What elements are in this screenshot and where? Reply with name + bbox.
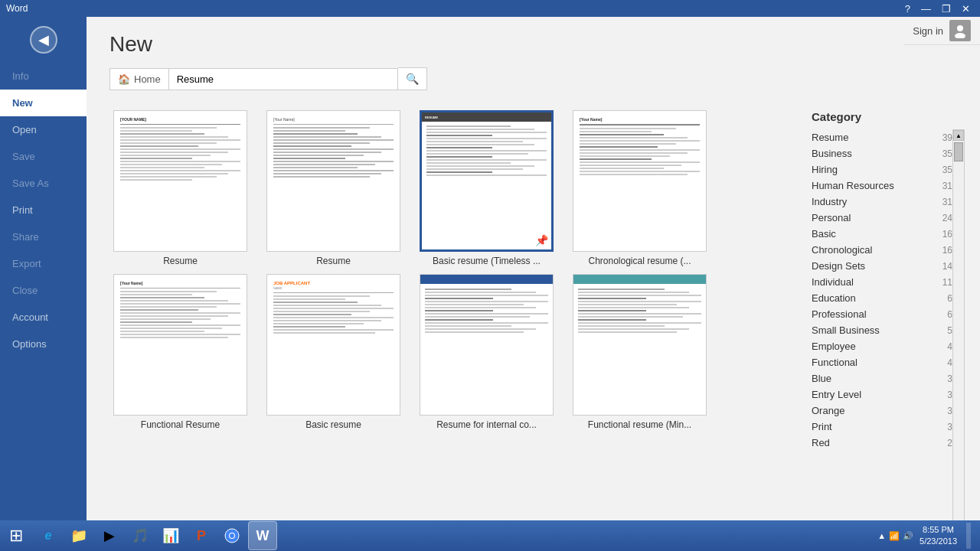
sys-tray-icons: ▲ 📶 🔊 [877, 531, 913, 541]
user-avatar [949, 20, 971, 41]
sidebar-item-print[interactable]: Print [0, 197, 87, 223]
category-item-print[interactable]: Print3 [812, 419, 952, 435]
category-item-industry[interactable]: Industry31 [812, 194, 952, 210]
svg-point-2 [230, 533, 234, 538]
sidebar-item-options[interactable]: Options [0, 331, 87, 357]
category-item-professional[interactable]: Professional6 [812, 306, 952, 322]
title-bar: Word ? — ❐ ✕ [0, 0, 980, 17]
taskbar-icons: e 📁 ▶ 🎵 📊 P W [34, 521, 277, 550]
template-label: Resume [312, 256, 354, 266]
taskbar-icon-music[interactable]: 🎵 [126, 521, 155, 550]
category-item-chronological[interactable]: Chronological16 [812, 242, 952, 258]
category-title: Category [812, 110, 965, 123]
main-area: New 🏠 Home 🔍 [YOUR NAME] [87, 17, 980, 551]
template-thumbnail: [Your Name] [266, 110, 400, 252]
template-item[interactable]: Resume for internal co... [416, 274, 557, 430]
taskbar: ⊞ e 📁 ▶ 🎵 📊 P W ▲ 📶 🔊 8:55 PM 5/23/2013 [0, 520, 980, 551]
home-button[interactable]: 🏠 Home [109, 68, 168, 90]
template-item[interactable]: [Your Name] [109, 274, 251, 430]
template-thumbnail: [YOUR NAME] [113, 110, 247, 252]
search-bar: 🏠 Home 🔍 [109, 67, 957, 90]
taskbar-icon-explorer[interactable]: 📁 [64, 521, 93, 550]
category-item-orange[interactable]: Orange3 [812, 403, 952, 419]
sidebar-item-save: Save [0, 143, 87, 170]
search-button[interactable]: 🔍 [398, 67, 427, 90]
template-label: Resume [159, 256, 201, 266]
template-item[interactable]: JOB APPLICANT NAME [263, 274, 404, 430]
taskbar-clock: 8:55 PM 5/23/2013 [920, 524, 957, 548]
signin-label[interactable]: Sign in [913, 25, 943, 37]
category-list: Resume39 Business35 Hiring35 Human Resou… [812, 129, 952, 543]
show-desktop-btn[interactable] [966, 523, 971, 549]
category-item-business[interactable]: Business35 [812, 145, 952, 161]
category-item-functional[interactable]: Functional4 [812, 354, 952, 370]
svg-point-3 [957, 25, 963, 31]
search-input[interactable] [168, 68, 398, 90]
template-label: Functional resume (Min... [584, 419, 695, 430]
tray-arrow[interactable]: ▲ [877, 531, 886, 540]
template-thumbnail: [Your Name] [573, 110, 707, 252]
template-item-selected[interactable]: RESUME [416, 110, 557, 266]
sidebar-nav: Info New Open Save Save As Print Share E… [0, 63, 87, 357]
sidebar-item-export: Export [0, 250, 87, 277]
category-item-employee[interactable]: Employee4 [812, 338, 952, 354]
category-item-blue[interactable]: Blue3 [812, 370, 952, 386]
back-area: ◀ [0, 17, 87, 63]
category-scrollbar[interactable]: ▲ ▼ [952, 129, 965, 543]
template-item[interactable]: [YOUR NAME] [109, 110, 251, 266]
sidebar-item-share: Share [0, 223, 87, 250]
sidebar-item-info: Info [0, 63, 87, 90]
category-item-human-resources[interactable]: Human Resources31 [812, 178, 952, 194]
close-btn[interactable]: ✕ [958, 3, 974, 15]
minimize-btn[interactable]: — [917, 3, 935, 15]
page-title: New [109, 32, 957, 57]
template-thumbnail [573, 274, 707, 416]
template-item[interactable]: [Your Name] [569, 110, 710, 266]
sidebar-item-account[interactable]: Account [0, 304, 87, 331]
category-item-individual[interactable]: Individual11 [812, 274, 952, 290]
sidebar-item-close: Close [0, 277, 87, 304]
category-item-red[interactable]: Red2 [812, 435, 952, 451]
taskbar-icon-chrome[interactable] [217, 521, 247, 550]
template-thumbnail: JOB APPLICANT NAME [266, 274, 400, 416]
signin-area: Sign in [903, 17, 980, 45]
category-item-basic[interactable]: Basic16 [812, 226, 952, 242]
svg-point-4 [955, 33, 965, 38]
tray-network: 📶 [889, 531, 900, 541]
sidebar-item-open[interactable]: Open [0, 116, 87, 143]
category-item-design-sets[interactable]: Design Sets14 [812, 258, 952, 274]
scroll-thumb[interactable] [954, 142, 963, 161]
pin-icon: 📌 [535, 234, 548, 246]
main-header: New 🏠 Home 🔍 [87, 17, 980, 103]
content-area: [YOUR NAME] [87, 103, 980, 551]
sidebar-item-saveas: Save As [0, 170, 87, 197]
template-item[interactable]: [Your Name] [263, 110, 404, 266]
taskbar-icon-ie[interactable]: e [34, 521, 63, 550]
taskbar-icon-app1[interactable]: 📊 [156, 521, 185, 550]
template-label: Chronological resume (... [584, 256, 694, 266]
help-btn[interactable]: ? [901, 3, 914, 15]
tray-volume[interactable]: 🔊 [903, 531, 913, 541]
template-thumbnail [420, 274, 554, 416]
taskbar-icon-word[interactable]: W [248, 521, 277, 550]
category-item-education[interactable]: Education6 [812, 290, 952, 306]
template-item[interactable]: Functional resume (Min... [569, 274, 710, 430]
templates-grid: [YOUR NAME] [109, 110, 796, 543]
template-label: Functional Resume [137, 419, 224, 430]
sidebar-item-new[interactable]: New [0, 90, 87, 116]
category-item-resume[interactable]: Resume39 [812, 129, 952, 145]
category-item-entry-level[interactable]: Entry Level3 [812, 386, 952, 403]
template-thumbnail: RESUME [420, 110, 554, 252]
template-thumbnail: [Your Name] [113, 274, 247, 416]
taskbar-right: ▲ 📶 🔊 8:55 PM 5/23/2013 [877, 523, 977, 549]
taskbar-icon-powerpoint[interactable]: P [187, 521, 216, 550]
restore-btn[interactable]: ❐ [938, 3, 955, 15]
category-item-hiring[interactable]: Hiring35 [812, 161, 952, 178]
taskbar-icon-media[interactable]: ▶ [95, 521, 124, 550]
back-button[interactable]: ◀ [30, 26, 57, 54]
category-item-small-business[interactable]: Small Business5 [812, 322, 952, 338]
category-item-personal[interactable]: Personal24 [812, 210, 952, 226]
scroll-up-btn[interactable]: ▲ [953, 130, 964, 141]
clock-time: 8:55 PM [920, 524, 957, 536]
start-button[interactable]: ⊞ [3, 523, 29, 549]
